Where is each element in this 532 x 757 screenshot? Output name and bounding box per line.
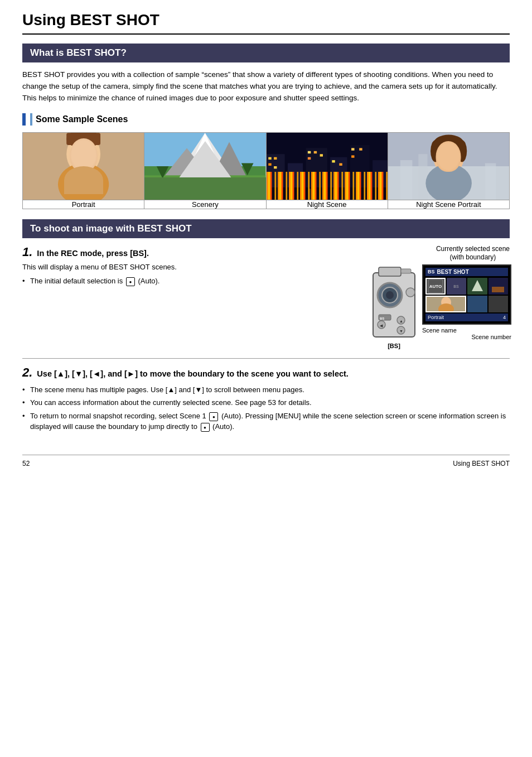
svg-rect-46 — [400, 160, 412, 200]
section2-title: Some Sample Scenes — [36, 114, 128, 124]
portrait-image — [23, 133, 144, 200]
svg-rect-47 — [418, 154, 427, 200]
page-title: Using BEST SHOT — [22, 11, 510, 35]
svg-rect-42 — [333, 189, 335, 200]
svg-rect-36 — [359, 148, 362, 150]
svg-rect-21 — [306, 148, 327, 200]
svg-rect-39 — [269, 189, 271, 200]
auto-icon: ● — [126, 277, 135, 286]
scenery-image — [144, 133, 265, 200]
svg-rect-26 — [274, 157, 277, 159]
svg-rect-35 — [351, 148, 354, 150]
svg-text:▼: ▼ — [399, 329, 403, 333]
bs-label-text: BS — [428, 269, 435, 274]
bs-cell-3 — [467, 278, 487, 295]
bs-scene-grid-row1: AUTO BS — [425, 278, 508, 295]
scene-night-cell — [266, 132, 388, 200]
bs-cell-4 — [489, 278, 509, 295]
svg-rect-22 — [330, 157, 347, 199]
scene-number-row: Scene number — [422, 334, 511, 340]
section3-title: To shoot an image with BEST SHOT — [30, 223, 192, 234]
auto-icon-2: ● — [209, 412, 218, 421]
section1-title: What is BEST SHOT? — [30, 47, 127, 59]
svg-rect-28 — [274, 166, 277, 168]
svg-rect-24 — [373, 160, 388, 200]
night-scene-label: Night Scene — [266, 200, 388, 209]
blue-bar2-decoration — [30, 113, 32, 126]
bs-cell-6 — [489, 296, 509, 312]
step1-bullets: The initial default selection is ● (Auto… — [22, 276, 359, 287]
svg-point-4 — [75, 152, 77, 154]
svg-rect-20 — [288, 163, 303, 199]
svg-point-51 — [442, 154, 444, 156]
scenes-image-row — [23, 132, 510, 200]
svg-point-52 — [453, 154, 455, 156]
section2-header: Some Sample Scenes — [22, 113, 510, 126]
night-scene-image — [267, 133, 388, 200]
scenery-svg — [144, 133, 265, 200]
bs-menu-header: BS BEST SHOT — [425, 268, 508, 276]
svg-point-63 — [406, 288, 415, 297]
best-shot-menu-area: BS BEST SHOT AUTO — [422, 264, 511, 340]
auto-icon-3: ● — [201, 423, 210, 432]
scene-name-label: Scene name — [422, 327, 457, 334]
night-scene-portrait-label: Night Scene Portrait — [388, 200, 509, 209]
bs-footer: Portrait 4 — [425, 314, 508, 321]
cell4-svg — [490, 279, 506, 293]
portrait-svg — [23, 133, 144, 200]
bs-label: [BS] — [388, 343, 400, 349]
best-shot-menu: BS BEST SHOT AUTO — [422, 264, 511, 325]
portrait-cell-svg — [432, 297, 461, 311]
section3-header: To shoot an image with BEST SHOT — [22, 219, 510, 238]
svg-rect-27 — [268, 163, 271, 165]
svg-rect-19 — [267, 154, 285, 200]
step1-text-area: 1. In the REC mode, press [BS]. This wil… — [22, 245, 359, 289]
cell2-svg: BS — [448, 279, 464, 293]
svg-rect-40 — [278, 189, 279, 200]
svg-point-50 — [437, 142, 460, 168]
scenery-label: Scenery — [144, 200, 266, 209]
scenes-table: Portrait Scenery Night Scene Night Scene… — [22, 132, 510, 209]
section1-body: BEST SHOT provides you with a collection… — [22, 69, 510, 104]
cell3-svg — [470, 279, 485, 293]
scene-scenery-cell — [144, 132, 266, 200]
svg-rect-0 — [23, 133, 144, 200]
svg-text:BS: BS — [454, 285, 460, 288]
svg-rect-62 — [401, 269, 411, 273]
step1-bullet1: The initial default selection is ● (Auto… — [22, 276, 359, 287]
scene-number-label: Scene number — [471, 334, 511, 340]
annotation-currently-selected: Currently selected scene (with boundary) — [436, 245, 510, 262]
blue-bar-decoration — [22, 113, 26, 126]
svg-rect-25 — [268, 157, 271, 159]
step2-title: Use [▲], [▼], [◄], and [►] to move the b… — [37, 369, 349, 378]
scenes-label-row: Portrait Scenery Night Scene Night Scene… — [23, 200, 510, 209]
svg-rect-23 — [350, 145, 369, 200]
svg-rect-14 — [144, 175, 265, 200]
step2-bullets: The scene menu has multiple pages. Use [… — [22, 384, 510, 432]
svg-point-55 — [431, 140, 440, 162]
svg-text:▲: ▲ — [399, 319, 403, 323]
svg-rect-15 — [144, 184, 265, 199]
svg-rect-32 — [320, 154, 322, 156]
svg-rect-34 — [339, 163, 342, 165]
bs-cell-5 — [467, 296, 487, 312]
scene-portrait-cell — [23, 132, 144, 200]
step2-bullet3: To return to normal snapshot recording, … — [22, 411, 510, 432]
svg-point-5 — [89, 152, 91, 154]
svg-text:AUTO: AUTO — [429, 284, 442, 289]
step1-number: 1. — [22, 245, 32, 259]
svg-rect-33 — [332, 160, 335, 162]
svg-rect-79 — [492, 287, 504, 292]
bs-scene-num: 4 — [503, 315, 506, 320]
scene-night-portrait-cell — [388, 132, 509, 200]
svg-point-61 — [386, 291, 394, 299]
svg-rect-37 — [351, 155, 354, 157]
svg-rect-29 — [307, 151, 310, 153]
footer-page: 52 — [22, 460, 30, 467]
footer-text: Using BEST SHOT — [453, 460, 510, 467]
svg-rect-58 — [379, 267, 401, 276]
bs-cell-auto: AUTO — [425, 278, 446, 295]
svg-rect-30 — [313, 151, 316, 153]
bs-cell-2: BS — [447, 278, 467, 295]
step1-header-row: 1. In the REC mode, press [BS]. — [22, 245, 359, 259]
